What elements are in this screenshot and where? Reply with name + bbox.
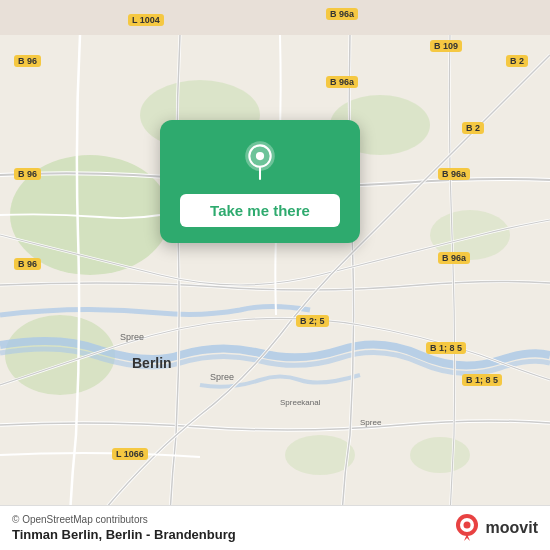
road-badge-b96a-2: B 96a xyxy=(326,76,358,88)
city-label: Berlin xyxy=(132,355,172,371)
map-container: Spree Spree Spreekanal Spree B 96 B 96 B… xyxy=(0,0,550,550)
svg-text:Spree: Spree xyxy=(210,372,234,382)
take-me-there-button[interactable]: Take me there xyxy=(180,194,340,227)
road-badge-b109: B 109 xyxy=(430,40,462,52)
svg-text:Spree: Spree xyxy=(360,418,382,427)
road-badge-b2-1: B 2 xyxy=(506,55,528,67)
moovit-brand-text: moovit xyxy=(486,519,538,537)
svg-text:Spreekanal: Spreekanal xyxy=(280,398,321,407)
svg-point-14 xyxy=(256,152,264,160)
road-badge-b96-2: B 96 xyxy=(14,168,41,180)
road-badge-b185-2: B 1; 8 5 xyxy=(462,374,502,386)
svg-point-7 xyxy=(410,437,470,473)
svg-text:Spree: Spree xyxy=(120,332,144,342)
road-badge-b2-2: B 2 xyxy=(462,122,484,134)
location-pin-icon xyxy=(237,138,283,184)
road-badge-b25: B 2; 5 xyxy=(296,315,329,327)
road-badge-l1066: L 1066 xyxy=(112,448,148,460)
location-card: Take me there xyxy=(160,120,360,243)
bottom-bar-left: © OpenStreetMap contributors Tinman Berl… xyxy=(12,514,236,542)
road-badge-l1004: L 1004 xyxy=(128,14,164,26)
road-badge-b96-1: B 96 xyxy=(14,55,41,67)
road-badge-b96-3: B 96 xyxy=(14,258,41,270)
road-badge-b96a-4: B 96a xyxy=(438,252,470,264)
moovit-logo: moovit xyxy=(453,514,538,542)
moovit-brand-icon xyxy=(453,514,481,542)
road-badge-b96a-3: B 96a xyxy=(438,168,470,180)
bottom-bar: © OpenStreetMap contributors Tinman Berl… xyxy=(0,505,550,550)
svg-point-17 xyxy=(463,522,470,529)
road-badge-b96a-1: B 96a xyxy=(326,8,358,20)
location-title: Tinman Berlin, Berlin - Brandenburg xyxy=(12,527,236,542)
road-badge-b185-1: B 1; 8 5 xyxy=(426,342,466,354)
map-svg: Spree Spree Spreekanal Spree xyxy=(0,0,550,550)
attribution-text: © OpenStreetMap contributors xyxy=(12,514,236,525)
